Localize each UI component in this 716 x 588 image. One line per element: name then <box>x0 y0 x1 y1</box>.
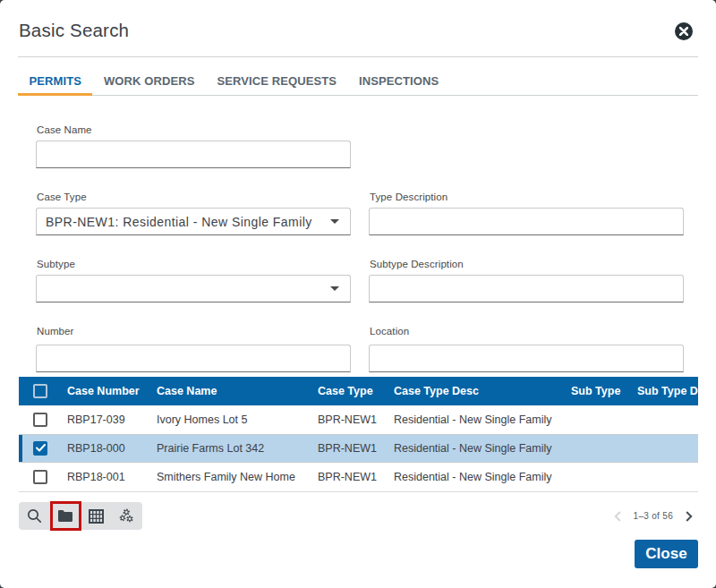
dialog-title: Basic Search <box>19 21 129 40</box>
subtype-description-field-box <box>369 275 684 303</box>
cell-case-number: RBP18-000 <box>67 442 157 455</box>
cell-case-name: Smithers Family New Home <box>157 471 318 483</box>
type-description-input[interactable] <box>370 209 683 234</box>
cell-case-number: RBP18-001 <box>67 471 157 483</box>
column-header-sub-type[interactable]: Sub Type <box>571 385 637 397</box>
table-grid-button[interactable] <box>84 505 107 528</box>
table-row[interactable]: RBP17-039 Ivory Homes Lot 5 BPR-NEW1 Res… <box>19 405 698 434</box>
row-checkbox[interactable] <box>33 470 47 484</box>
number-input[interactable] <box>37 345 350 371</box>
column-header-case-name[interactable]: Case Name <box>157 385 318 397</box>
tab-service-requests[interactable]: SERVICE REQUESTS <box>206 66 348 95</box>
table-row[interactable]: RBP18-001 Smithers Family New Home BPR-N… <box>19 463 698 491</box>
workflow-button[interactable] <box>115 505 139 528</box>
tab-label: PERMITS <box>30 74 81 88</box>
folder-button[interactable] <box>54 505 77 528</box>
subtype-description-input[interactable] <box>370 276 683 302</box>
cell-case-type: BPR-NEW1 <box>318 413 394 426</box>
folder-icon <box>57 509 73 523</box>
row-checkbox-checked[interactable] <box>33 441 47 456</box>
check-icon <box>36 444 46 452</box>
cell-case-name: Prairie Farms Lot 342 <box>157 442 318 455</box>
cell-case-type-desc: Residential - New Single Family <box>394 413 571 426</box>
search-button[interactable] <box>22 505 46 528</box>
dialog-close-button[interactable] <box>675 22 693 40</box>
basic-search-dialog: Basic Search PERMITS WORK ORDERS SERVICE… <box>0 0 716 588</box>
tab-label: WORK ORDERS <box>104 74 195 88</box>
location-label: Location <box>370 326 409 337</box>
subtype-label: Subtype <box>37 259 75 269</box>
cell-case-type-desc: Residential - New Single Family <box>394 442 571 455</box>
number-label: Number <box>37 326 74 337</box>
cell-checkbox <box>19 413 67 427</box>
close-icon <box>679 27 688 36</box>
cell-checkbox <box>19 441 67 456</box>
cell-case-type: BPR-NEW1 <box>318 442 394 455</box>
tab-label: SERVICE REQUESTS <box>217 74 337 88</box>
next-page-button[interactable] <box>680 506 698 527</box>
case-type-label: Case Type <box>37 192 87 202</box>
tab-label: INSPECTIONS <box>359 74 439 88</box>
previous-page-button[interactable] <box>609 506 626 527</box>
case-name-label: Case Name <box>37 124 92 135</box>
type-description-label: Type Description <box>370 192 448 202</box>
chevron-right-icon <box>686 511 693 522</box>
table-body: RBP17-039 Ivory Homes Lot 5 BPR-NEW1 Res… <box>19 405 698 491</box>
column-header-sub-type-desc[interactable]: Sub Type Desc <box>637 385 698 397</box>
chevron-left-icon <box>614 511 621 522</box>
header-divider <box>18 56 698 57</box>
row-checkbox[interactable] <box>33 413 47 427</box>
case-name-input[interactable] <box>37 141 350 167</box>
results-toolbar <box>19 502 142 530</box>
cell-case-type-desc: Residential - New Single Family <box>394 471 571 483</box>
gears-icon <box>119 508 134 524</box>
case-name-field-box <box>36 141 351 168</box>
tab-bar: PERMITS WORK ORDERS SERVICE REQUESTS INS… <box>18 66 698 96</box>
search-icon <box>27 508 42 524</box>
tab-inspections[interactable]: INSPECTIONS <box>348 66 450 95</box>
type-description-field-box <box>369 208 684 235</box>
cell-checkbox <box>19 384 67 398</box>
case-type-select[interactable]: BPR-NEW1: Residential - New Single Famil… <box>36 208 351 235</box>
case-type-value: BPR-NEW1: Residential - New Single Famil… <box>37 215 330 229</box>
cell-case-name: Ivory Homes Lot 5 <box>157 413 318 426</box>
location-field-box <box>369 345 684 372</box>
cell-checkbox <box>19 470 67 484</box>
tab-permits[interactable]: PERMITS <box>18 66 92 95</box>
column-header-case-number[interactable]: Case Number <box>67 385 157 397</box>
select-all-checkbox[interactable] <box>33 384 47 398</box>
close-button[interactable]: Close <box>635 540 698 568</box>
table-row-selected[interactable]: RBP18-000 Prairie Farms Lot 342 BPR-NEW1… <box>19 434 698 463</box>
tab-work-orders[interactable]: WORK ORDERS <box>92 66 206 95</box>
chevron-down-icon <box>330 286 339 291</box>
number-field-box <box>36 345 351 372</box>
cell-case-number: RBP17-039 <box>67 413 157 426</box>
table-grid-icon <box>89 509 104 524</box>
column-header-case-type-desc[interactable]: Case Type Desc <box>394 385 571 397</box>
subtype-select[interactable] <box>36 275 351 303</box>
chevron-down-icon <box>330 219 339 224</box>
pagination: 1–3 of 56 <box>555 502 698 530</box>
table-bottom-divider <box>19 491 698 492</box>
results-table: Case Number Case Name Case Type Case Typ… <box>19 377 698 492</box>
pagination-range-label: 1–3 of 56 <box>634 511 673 521</box>
subtype-description-label: Subtype Description <box>370 259 464 269</box>
location-input[interactable] <box>370 345 683 371</box>
column-header-case-type[interactable]: Case Type <box>318 385 394 397</box>
table-header-row: Case Number Case Name Case Type Case Typ… <box>19 377 698 405</box>
cell-case-type: BPR-NEW1 <box>318 471 394 483</box>
